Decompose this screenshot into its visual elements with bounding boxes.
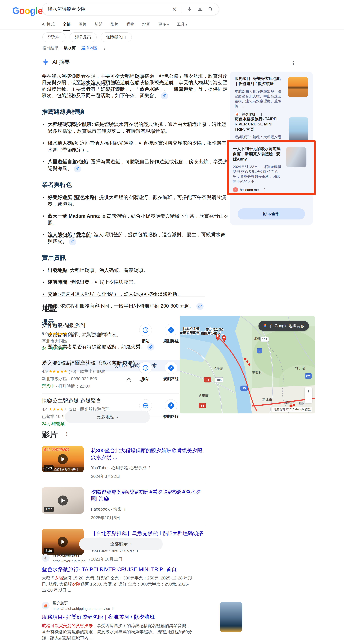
search-input[interactable]: 淡水河遊艇看夕陽 [48,6,167,12]
source-name: 觀夕航班 [241,112,255,117]
video-title[interactable]: 夕陽遊艇專案#海樂#遊艇 #看夕陽#求婚 #淡水夕照| 海樂 [91,488,205,502]
video-result[interactable]: 1:27夕陽遊艇專案#海樂#遊艇 #看夕陽#求婚 #淡水夕照| 海樂Facebo… [42,483,205,524]
ai-bullet-list: 出發地點: 大稻埕碼頭、漁人碼頭、關渡碼頭。建議時間: 傍晚出發，可趕上夕陽與夜… [42,267,229,310]
video-title[interactable]: 花300坐台北大稻埕碼頭的觀夕航班欣賞絕美夕陽, 淡水夕陽 ... [91,447,205,460]
result-snippet: 航程可觀賞美麗的黃昏夕陽，享受著涼風拂面的涼爽感搭配著輕鬆的鋼琴音樂，甚至有機會… [42,623,193,641]
search-icon[interactable] [207,6,214,12]
show-all-videos-button[interactable]: 全部顯示› [79,538,163,550]
results-meta-scope: 淡水河 [64,45,76,51]
rating-value: 5.0 [42,331,49,336]
card-thumbnail-image [288,77,308,97]
video-menu-icon[interactable]: ⋮ [123,507,127,511]
place-row[interactable]: 愛之船1號&福爾摩莎號《淡水遊艇包船》4.9 ★★★★★ (76) · 船隻出租… [42,356,179,394]
link-icon[interactable] [161,92,168,100]
card-source: ⛵觀夕航班⋮ [235,112,308,117]
tab-圖片[interactable]: 圖片 [79,22,87,30]
videos-menu-icon[interactable]: ⋮ [65,432,69,436]
globe-icon[interactable] [139,324,152,336]
result-menu-icon[interactable]: ⋮ [111,606,115,611]
map-zoom-control[interactable]: +− [305,387,312,403]
ai-overview-label: AI 摘要 [52,58,70,66]
google-logo[interactable]: Google [12,6,43,16]
choose-region-link[interactable]: 選擇地區 [81,45,97,51]
more-places-button[interactable]: 更多地點› [65,411,150,423]
divider [182,6,182,12]
link-icon[interactable] [74,165,81,172]
directions-button[interactable]: 規劃路線 [163,399,179,419]
svg-text:竿蓁林: 竿蓁林 [252,371,262,374]
organic-results: ⚓藍色水路微旅行https://river-fun.taipei ⋮藍色水路微旅… [42,553,272,644]
ai-bullet: 淡水漁人碼頭: 這裡有情人橋和觀光遊艇，可直接欣賞河海交界處的夕陽，夜晚還有水舞… [42,140,229,153]
video-menu-icon[interactable]: ⋮ [148,466,152,470]
svg-text:101: 101 [262,338,267,341]
svg-text:64: 64 [201,404,204,408]
overflow-menu-icon[interactable]: ⋮ [103,46,107,50]
result-thumbnail-image [220,602,242,632]
site-url: https://river-fun.taipei ⋮ [53,558,91,563]
directions-icon[interactable] [165,324,177,336]
results-meta-label: 搜尋結果 [42,45,58,51]
link-icon[interactable] [196,303,203,310]
tab-全部[interactable]: 全部 [63,22,71,30]
video-thumbnail[interactable]: 台北 大稻埕碼頭花300元坐船看夕陽值得嗎？7:39 [42,446,84,472]
thumbnail-caption-top: 台北 大稻埕碼頭 [43,447,69,452]
svg-text:華岡: 華岡 [299,402,305,406]
video-result[interactable]: 台北 大稻埕碼頭花300元坐船看夕陽值得嗎？7:39花300坐台北大稻埕碼頭的觀… [42,442,205,483]
source-name: helloann.me [240,188,259,192]
tab-更多[interactable]: 更多▾ [158,22,169,30]
ai-bullet: 大稻埕碼頭觀夕航班: 這是體驗淡水河夕陽的經典選擇，通常由大稻埕出發，沿途經過多… [42,121,229,134]
show-all-button[interactable]: 顯示全部 [238,208,305,220]
globe-icon[interactable] [139,399,152,412]
tab-購物[interactable]: 購物 [126,22,134,30]
search-bar[interactable]: 淡水河遊艇看夕陽 ✕ [42,3,219,15]
tab-影片[interactable]: 影片 [111,22,118,30]
svg-text:61: 61 [206,378,209,382]
open-google-maps-button[interactable]: 在 Google 地圖開啟 [258,321,309,331]
card-snippet: 2024年5月22日 — 海翼遊艇俱樂部 交通及地理位置 位在八里，會館旁有附停… [233,164,282,184]
tab-地圖[interactable]: 地圖 [142,22,150,30]
link-icon[interactable] [69,238,76,245]
zoom-out-button[interactable]: − [305,395,312,403]
sidebar-card[interactable]: 一人不到千元的淡水河遊艇自駕，新潮賞夕陽體驗 - 安妮Anny2024年5月22… [233,146,307,192]
tab-工具[interactable]: 工具▾ [177,22,187,30]
place-row[interactable]: 女神遊艇-遊艇派對5.0 ★★★★★ (608) · 船隻出租服務臺北市大同區2… [42,318,179,356]
places-map[interactable]: 北投挖子尾竿蓁林八里區竹子湖華岡復興崗新北市快樂公主號遊艇遊艇聚會愛之船1號&福… [180,316,315,414]
site-favicon-icon: ⚓ [42,554,49,562]
filter-chip[interactable]: 評分最高 [70,32,97,42]
ai-overview-menu-icon[interactable]: ⋮ [291,60,296,66]
result-menu-icon[interactable]: ⋮ [87,559,91,563]
google-search-results-page: Google 淡水河遊艇看夕陽 ✕ AI 模式全部圖片新聞影片購物地圖更多▾工具… [0,0,344,644]
rating-value: 4.4 [42,407,49,412]
sidebar-card[interactable]: 服務項目- 好樂好遊艇包船｜夜航遊河 / 觀夕航班本航線由大稻埕碼頭出發，沿途經… [235,76,308,117]
filter-chip[interactable]: 無障礙入口 [101,32,132,42]
tab-AI 模式[interactable]: AI 模式 [42,22,55,30]
video-source: YouTube · 心翔事程 心想事成 ⋮ [91,465,205,471]
result-title[interactable]: 藍色水路微旅行- TAIPEI RIVER CRUISE MINI TRIP: … [42,566,193,573]
directions-button[interactable]: 規劃路線 [163,362,179,382]
divider [0,29,344,30]
place-hours: 營業中 · 打烊時間：22:00 [42,383,179,389]
directions-icon[interactable] [165,399,177,412]
directions-button[interactable]: 規劃路線 [163,324,179,344]
result-title[interactable]: 服務項目- 好樂好遊艇包船｜夜航遊河 / 觀夕航班 [42,614,193,620]
tab-新聞[interactable]: 新聞 [95,22,103,30]
lens-camera-icon[interactable] [197,6,203,12]
website-button[interactable]: 網站 [138,324,153,344]
video-thumbnail[interactable]: 3:36 [42,528,84,555]
card-thumbnail-image [289,117,308,142]
card-title: 一人不到千元的淡水河遊艇自駕，新潮賞夕陽體驗 - 安妮Anny [233,146,282,162]
globe-icon[interactable] [139,362,152,374]
clear-icon[interactable]: ✕ [171,6,177,12]
site-name: 觀夕航班 [53,600,115,606]
microphone-icon[interactable] [186,6,192,12]
site-favicon-icon: ⛵ [42,602,49,610]
directions-icon[interactable] [165,362,177,374]
result-header[interactable]: ⚓藍色水路微旅行https://river-fun.taipei ⋮ [42,553,272,563]
search-result: ⛵觀夕航班https://halohashipping.com › servic… [42,600,272,641]
website-button[interactable]: 網站 [138,362,153,382]
video-date: 2024年3月22日 [91,474,205,480]
svg-text:竹子湖: 竹子湖 [295,366,305,370]
filter-chip[interactable]: 營業中 [42,32,65,42]
video-thumbnail[interactable]: 1:27 [42,487,84,514]
zoom-in-button[interactable]: + [305,387,312,395]
